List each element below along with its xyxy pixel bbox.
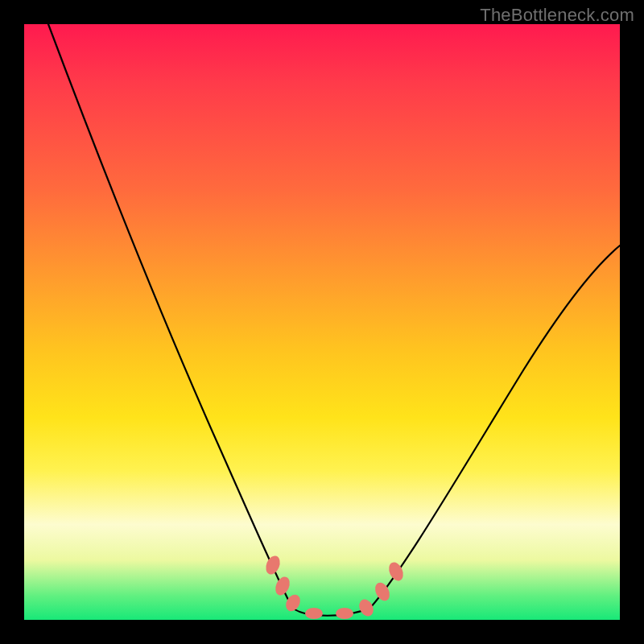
- watermark-text: TheBottleneck.com: [480, 5, 634, 26]
- curve-left-branch: [48, 24, 292, 608]
- chart-frame: TheBottleneck.com: [0, 0, 644, 644]
- valley-marker: [336, 608, 353, 619]
- bottleneck-curve: [24, 24, 620, 620]
- curve-floor: [292, 608, 370, 616]
- valley-marker: [263, 554, 283, 576]
- valley-marker: [273, 575, 292, 597]
- chart-plot-area: [24, 24, 620, 620]
- valley-marker: [357, 597, 376, 619]
- valley-marker: [305, 608, 323, 619]
- curve-right-branch: [370, 246, 620, 608]
